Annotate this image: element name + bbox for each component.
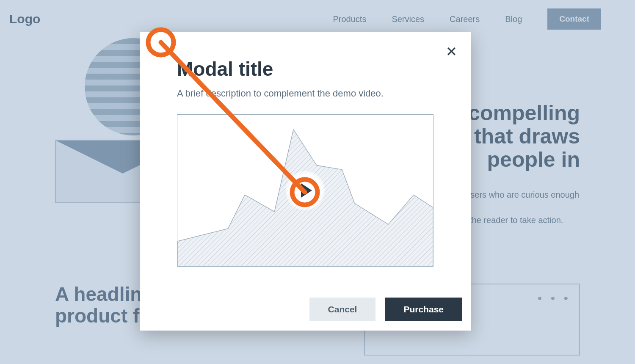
modal-title: Modal title xyxy=(177,58,433,80)
play-button[interactable] xyxy=(288,174,322,207)
video-modal: ✕ Modal title A brief description to com… xyxy=(140,32,471,331)
modal-subtitle: A brief description to complement the de… xyxy=(177,88,433,99)
cancel-button[interactable]: Cancel xyxy=(309,298,376,321)
play-icon xyxy=(301,183,312,198)
modal-footer: Cancel Purchase xyxy=(140,288,471,331)
video-thumbnail[interactable] xyxy=(177,114,433,267)
close-icon[interactable]: ✕ xyxy=(444,44,459,59)
purchase-button[interactable]: Purchase xyxy=(385,298,462,321)
